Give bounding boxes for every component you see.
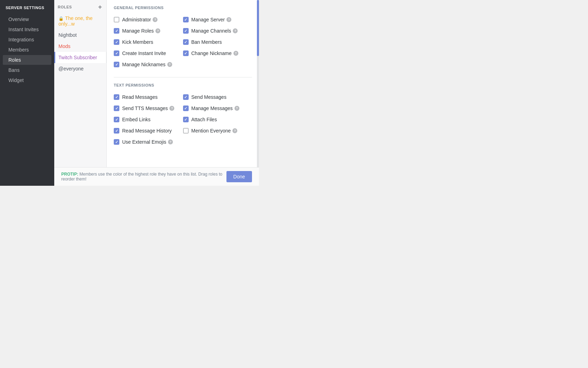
app-container: SERVER SETTINGS Overview Instant Invites… xyxy=(0,0,259,186)
section-separator xyxy=(114,77,252,77)
permission-manage-roles: Manage Roles ? xyxy=(114,25,183,36)
text-permissions-grid: Read Messages Send Messages Send TTS Mes… xyxy=(114,91,252,148)
help-icon-manage-server: ? xyxy=(226,17,231,22)
checkbox-attach-files[interactable] xyxy=(183,117,189,122)
help-icon-send-tts-messages: ? xyxy=(169,106,174,111)
checkbox-mention-everyone[interactable] xyxy=(183,128,189,134)
general-permissions-grid: Administrator ? Manage Server ? Manage R… xyxy=(114,14,252,70)
checkbox-manage-server[interactable] xyxy=(183,17,189,22)
sidebar-item-instant-invites[interactable]: Instant Invites xyxy=(3,25,51,34)
sidebar-item-overview[interactable]: Overview xyxy=(3,14,51,24)
checkbox-change-nickname[interactable] xyxy=(183,50,189,56)
footer-tip: PROTIP: Members use the color of the hig… xyxy=(61,172,226,182)
permission-manage-server: Manage Server ? xyxy=(183,14,252,25)
checkbox-use-external-emojis[interactable] xyxy=(114,139,119,145)
done-button[interactable]: Done xyxy=(226,171,252,182)
permission-embed-links: Embed Links xyxy=(114,114,183,125)
text-permissions-title: TEXT PERMISSIONS xyxy=(114,83,252,87)
permission-mention-everyone: Mention Everyone ? xyxy=(183,125,252,136)
permission-read-messages: Read Messages xyxy=(114,91,183,103)
add-role-button[interactable]: + xyxy=(97,4,103,10)
footer: PROTIP: Members use the color of the hig… xyxy=(54,167,259,186)
checkbox-manage-nicknames[interactable] xyxy=(114,62,119,67)
help-icon-manage-roles: ? xyxy=(155,28,160,33)
permission-kick-members: Kick Members xyxy=(114,36,183,48)
permission-change-nickname: Change Nickname ? xyxy=(183,48,252,59)
checkbox-ban-members[interactable] xyxy=(183,39,189,45)
sidebar: SERVER SETTINGS Overview Instant Invites… xyxy=(0,0,54,186)
sidebar-item-members[interactable]: Members xyxy=(3,45,51,55)
permission-read-message-history: Read Message History xyxy=(114,125,183,136)
roles-header-label: ROLES xyxy=(58,5,72,9)
permissions-content: GENERAL PERMISSIONS Administrator ? Mana… xyxy=(107,0,259,176)
permission-create-instant-invite: Create Instant Invite xyxy=(114,48,183,59)
checkbox-create-instant-invite[interactable] xyxy=(114,50,119,56)
role-item-nightbot[interactable]: Nightbot xyxy=(54,29,106,41)
checkbox-send-messages[interactable] xyxy=(183,94,189,100)
sidebar-item-integrations[interactable]: Integrations xyxy=(3,35,51,45)
checkbox-read-messages[interactable] xyxy=(114,94,119,100)
help-icon-change-nickname: ? xyxy=(233,51,238,56)
roles-panel: ROLES + 🔒The one, the only...w Nightbot … xyxy=(54,0,107,186)
checkbox-embed-links[interactable] xyxy=(114,117,119,122)
permission-manage-channels: Manage Channels ? xyxy=(183,25,252,36)
permissions-panel: GENERAL PERMISSIONS Administrator ? Mana… xyxy=(107,0,259,186)
checkbox-manage-messages[interactable] xyxy=(183,105,189,111)
checkbox-manage-roles[interactable] xyxy=(114,28,119,34)
permission-use-external-emojis: Use External Emojis ? xyxy=(114,136,183,148)
checkbox-kick-members[interactable] xyxy=(114,39,119,45)
general-permissions-title: GENERAL PERMISSIONS xyxy=(114,6,252,10)
permission-attach-files: Attach Files xyxy=(183,114,252,125)
help-icon-manage-channels: ? xyxy=(233,28,238,33)
role-item-twitch-subscriber[interactable]: Twitch Subscriber xyxy=(54,52,106,63)
permission-manage-nicknames: Manage Nicknames ? xyxy=(114,59,183,70)
help-icon-use-external-emojis: ? xyxy=(168,139,173,144)
permission-administrator: Administrator ? xyxy=(114,14,183,25)
role-item-mods[interactable]: Mods xyxy=(54,41,106,52)
scrollbar-thumb xyxy=(257,0,259,56)
checkbox-read-message-history[interactable] xyxy=(114,128,119,134)
sidebar-item-widget[interactable]: Widget xyxy=(3,75,51,85)
role-item-the-one[interactable]: 🔒The one, the only...w xyxy=(54,13,106,29)
permission-send-messages: Send Messages xyxy=(183,91,252,103)
help-icon-manage-messages: ? xyxy=(234,106,239,111)
help-icon-mention-everyone: ? xyxy=(232,128,237,133)
checkbox-manage-channels[interactable] xyxy=(183,28,189,34)
lock-icon: 🔒 xyxy=(58,16,64,21)
checkbox-send-tts-messages[interactable] xyxy=(114,105,119,111)
protip-label: PROTIP: xyxy=(61,172,78,177)
protip-text: Members use the color of the highest rol… xyxy=(61,172,222,182)
sidebar-item-roles[interactable]: Roles xyxy=(3,55,51,65)
roles-header: ROLES + xyxy=(54,0,106,13)
help-icon-administrator: ? xyxy=(153,17,158,22)
help-icon-manage-nicknames: ? xyxy=(167,62,172,67)
scrollbar[interactable] xyxy=(257,0,259,186)
permission-manage-messages: Manage Messages ? xyxy=(183,103,252,114)
checkbox-administrator[interactable] xyxy=(114,17,119,22)
permission-send-tts-messages: Send TTS Messages ? xyxy=(114,103,183,114)
sidebar-title: SERVER SETTINGS xyxy=(0,6,54,14)
permission-ban-members: Ban Members xyxy=(183,36,252,48)
role-item-everyone[interactable]: @everyone xyxy=(54,63,106,74)
sidebar-item-bans[interactable]: Bans xyxy=(3,65,51,75)
